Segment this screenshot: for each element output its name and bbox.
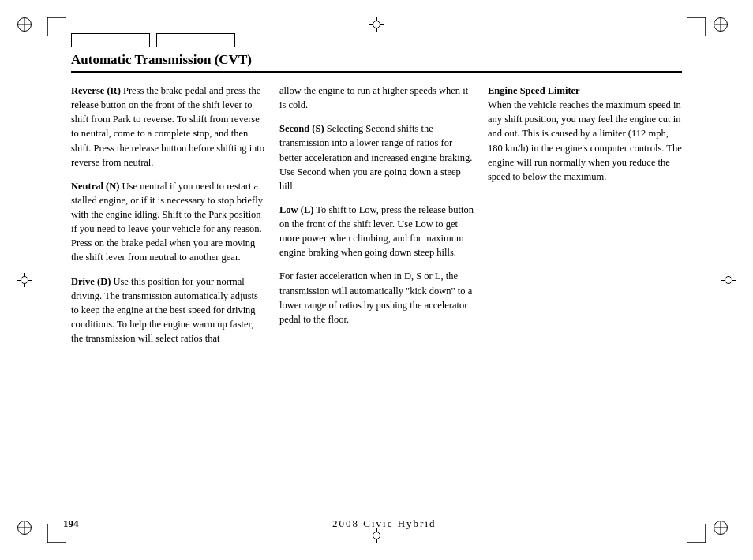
faster-body: For faster acceleration when in D, S or … [279,271,472,324]
page: Automatic Transmission (CVT) Reverse (R)… [0,0,753,560]
tab-boxes [71,33,682,47]
footer-center-text: 2008 Civic Hybrid [332,517,436,530]
section-faster: For faster acceleration when in D, S or … [279,269,474,327]
section-drive: Drive (D) Use this position for your nor… [71,274,265,346]
tab-box-2 [156,33,235,47]
footer: 194 2008 Civic Hybrid [0,517,753,530]
low-title: Low (L) [279,204,313,215]
corner-mark-tl [17,17,39,39]
drive-cont-body: allow the engine to run at higher speeds… [279,85,468,110]
column-1: Reverse (R) Press the brake pedal and pr… [71,84,279,355]
section-reverse: Reverse (R) Press the brake pedal and pr… [71,84,265,170]
engine-speed-title: Engine Speed Limiter [488,84,682,98]
neutral-title: Neutral (N) [71,181,119,192]
reverse-body: Press the brake pedal and press the rele… [71,85,264,168]
drive-title: Drive (D) [71,276,111,287]
section-second: Second (S) Selecting Second shifts the t… [279,121,474,193]
center-cross-left [17,273,32,287]
corner-mark-tr [714,17,736,39]
column-3: Engine Speed Limiter When the vehicle re… [488,84,682,355]
bracket-tl [47,17,66,36]
engine-speed-body: When the vehicle reaches the maximum spe… [488,99,682,182]
tab-box-1 [71,33,150,47]
section-engine-speed: Engine Speed Limiter When the vehicle re… [488,84,682,184]
neutral-body: Use neutral if you need to restart a sta… [71,181,263,263]
content-columns: Reverse (R) Press the brake pedal and pr… [71,84,682,355]
page-number: 194 [63,517,79,530]
section-neutral: Neutral (N) Use neutral if you need to r… [71,179,265,265]
column-2: allow the engine to run at higher speeds… [279,84,488,355]
center-cross-right [721,273,736,287]
second-title: Second (S) [279,123,324,134]
center-cross-bottom [369,528,384,543]
section-low: Low (L) To shift to Low, press the relea… [279,203,474,260]
center-cross-top [369,17,384,32]
section-drive-cont: allow the engine to run at higher speeds… [279,84,474,112]
reverse-title: Reverse (R) [71,85,121,96]
bracket-tr [687,17,706,36]
page-title: Automatic Transmission (CVT) [71,52,682,73]
